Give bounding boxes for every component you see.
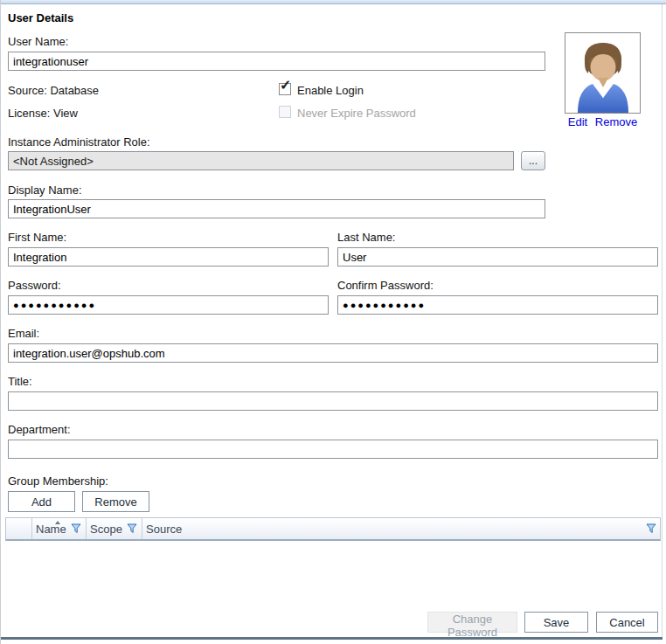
enable-login-checkbox[interactable]: ✓	[279, 83, 291, 95]
user-name-label: User Name:	[8, 35, 68, 48]
sort-asc-icon	[55, 521, 60, 524]
avatar-edit-link[interactable]: Edit	[568, 115, 587, 128]
first-name-input[interactable]	[8, 247, 329, 267]
check-icon: ✓	[280, 79, 291, 93]
password-input[interactable]	[8, 295, 329, 315]
top-accent-strip	[1, 0, 666, 4]
instance-admin-role-label: Instance Administrator Role:	[8, 135, 150, 149]
column-header-name[interactable]: Name	[32, 518, 87, 539]
user-details-panel: User Details User Name: Source: Database…	[0, 0, 666, 644]
confirm-password-label: Confirm Password:	[337, 279, 434, 292]
instance-admin-role-field	[8, 151, 514, 170]
name-filter-icon[interactable]	[71, 523, 81, 534]
group-membership-label: Group Membership:	[8, 474, 108, 488]
remove-group-button[interactable]: Remove	[82, 491, 149, 512]
name-column-label: Name	[36, 523, 66, 536]
title-input[interactable]	[8, 391, 658, 411]
password-label: Password:	[8, 279, 61, 292]
page-title: User Details	[8, 11, 73, 24]
source-filter-icon[interactable]	[646, 523, 656, 534]
scope-column-label: Scope	[90, 523, 122, 536]
department-label: Department:	[8, 423, 71, 436]
department-input[interactable]	[8, 440, 658, 459]
add-group-button[interactable]: Add	[8, 491, 75, 512]
license-text: License: View	[8, 107, 78, 120]
column-header-scope[interactable]: Scope	[87, 518, 142, 539]
display-name-input[interactable]	[8, 199, 545, 218]
last-name-label: Last Name:	[337, 231, 395, 244]
panel-right-border	[662, 4, 663, 637]
scope-filter-icon[interactable]	[127, 523, 137, 534]
title-label: Title:	[8, 375, 32, 388]
user-name-input[interactable]	[8, 52, 545, 71]
source-text: Source: Database	[8, 84, 99, 97]
column-header-source[interactable]: Source	[142, 518, 660, 539]
confirm-password-input[interactable]	[337, 295, 658, 315]
change-password-button: Change Password	[427, 612, 517, 633]
source-column-label: Source	[146, 523, 182, 536]
enable-login-label: Enable Login	[297, 84, 364, 97]
display-name-label: Display Name:	[8, 184, 82, 197]
avatar	[565, 32, 641, 114]
cancel-button[interactable]: Cancel	[596, 612, 658, 633]
never-expire-checkbox	[279, 106, 291, 118]
group-table-header: Name Scope Source	[5, 517, 661, 541]
bottom-accent-bar	[1, 637, 663, 640]
user-avatar-icon	[566, 34, 640, 113]
avatar-remove-link[interactable]: Remove	[595, 115, 637, 128]
first-name-label: First Name:	[8, 231, 66, 244]
column-header-select	[6, 518, 32, 539]
browse-role-button[interactable]: ...	[521, 151, 545, 170]
email-field[interactable]	[8, 343, 658, 363]
never-expire-label: Never Expire Password	[297, 107, 416, 120]
last-name-input[interactable]	[337, 247, 658, 267]
avatar-actions: Edit Remove	[565, 115, 641, 128]
email-label: Email:	[8, 327, 39, 340]
save-button[interactable]: Save	[524, 612, 588, 633]
